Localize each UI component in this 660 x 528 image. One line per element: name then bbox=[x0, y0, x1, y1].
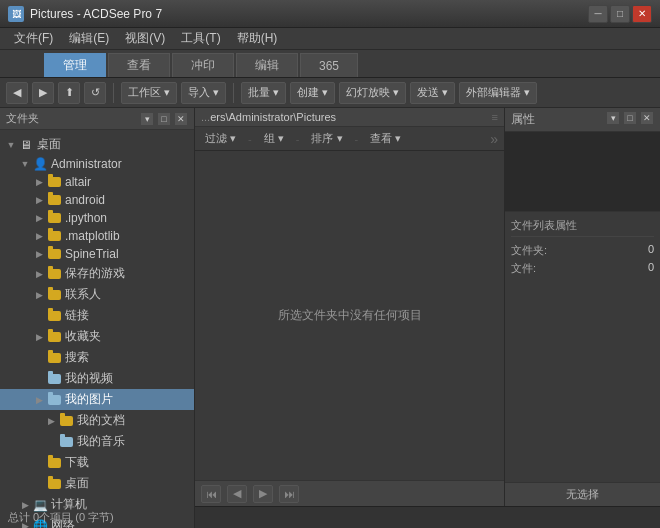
close-button[interactable]: ✕ bbox=[632, 5, 652, 23]
goto-last-button[interactable]: ⏭ bbox=[279, 485, 299, 503]
nav-back-button[interactable]: ◀ bbox=[6, 82, 28, 104]
menu-file[interactable]: 文件(F) bbox=[6, 28, 61, 49]
tree-item-my-pictures[interactable]: ▶ 我的图片 bbox=[0, 389, 194, 410]
tab-365[interactable]: 365 bbox=[300, 53, 358, 77]
app-icon: 🖼 bbox=[8, 6, 24, 22]
prop-row-folders: 文件夹: 0 bbox=[511, 243, 654, 258]
batch-button[interactable]: 批量 ▾ bbox=[241, 82, 286, 104]
file-panel-close-button[interactable]: ✕ bbox=[174, 112, 188, 126]
tab-view[interactable]: 查看 bbox=[108, 53, 170, 77]
right-panel: 属性 ▾ □ ✕ 文件列表属性 文件夹: 0 文件: 0 无选择 bbox=[505, 108, 660, 506]
maximize-button[interactable]: □ bbox=[610, 5, 630, 23]
goto-prev-button[interactable]: ◀ bbox=[227, 485, 247, 503]
goto-first-button[interactable]: ⏮ bbox=[201, 485, 221, 503]
tree-item-favorites[interactable]: ▶ 收藏夹 bbox=[0, 326, 194, 347]
minimize-button[interactable]: ─ bbox=[588, 5, 608, 23]
filter-button[interactable]: 过滤 ▾ bbox=[201, 130, 240, 147]
tree-item-my-music[interactable]: 我的音乐 bbox=[0, 431, 194, 452]
middle-bottom-bar: ⏮ ◀ ▶ ⏭ bbox=[195, 480, 504, 506]
group-button[interactable]: 组 ▾ bbox=[260, 130, 288, 147]
tree-label: 我的视频 bbox=[65, 370, 113, 387]
file-panel-header: 文件夹 ▾ □ ✕ bbox=[0, 108, 194, 130]
file-panel-float-button[interactable]: □ bbox=[157, 112, 171, 126]
tree-expander bbox=[32, 351, 46, 365]
prop-float-button[interactable]: □ bbox=[623, 111, 637, 125]
send-button[interactable]: 发送 ▾ bbox=[410, 82, 455, 104]
menu-edit[interactable]: 编辑(E) bbox=[61, 28, 117, 49]
properties-title: 属性 bbox=[511, 111, 535, 128]
tree-expander: ▶ bbox=[32, 229, 46, 243]
tree-item-contacts[interactable]: ▶ 联系人 bbox=[0, 284, 194, 305]
tree-label: Administrator bbox=[51, 157, 122, 171]
tree-label: 桌面 bbox=[65, 475, 89, 492]
tree-label: .ipython bbox=[65, 211, 107, 225]
tree-label: android bbox=[65, 193, 105, 207]
nav-up-button[interactable]: ⬆ bbox=[58, 82, 80, 104]
properties-content: 文件列表属性 文件夹: 0 文件: 0 bbox=[505, 212, 660, 482]
tab-print[interactable]: 冲印 bbox=[172, 53, 234, 77]
prop-section-title: 文件列表属性 bbox=[511, 218, 654, 237]
nav-refresh-button[interactable]: ↺ bbox=[84, 82, 106, 104]
status-text: 总计 0个项目 (0 字节) bbox=[8, 510, 114, 525]
title-bar: 🖼 Pictures - ACDSee Pro 7 ─ □ ✕ bbox=[0, 0, 660, 28]
tree-label: .matplotlib bbox=[65, 229, 120, 243]
no-selection-text: 无选择 bbox=[566, 488, 599, 500]
tree-expander: ▶ bbox=[32, 247, 46, 261]
tree-item-saved-games[interactable]: ▶ 保存的游戏 bbox=[0, 263, 194, 284]
tree-label: 联系人 bbox=[65, 286, 101, 303]
tree-label: 搜索 bbox=[65, 349, 89, 366]
tree-item-my-videos[interactable]: 我的视频 bbox=[0, 368, 194, 389]
folder-icon bbox=[46, 456, 62, 470]
tree-item-android[interactable]: ▶ android bbox=[0, 191, 194, 209]
workzone-button[interactable]: 工作区 ▾ bbox=[121, 82, 177, 104]
desktop-icon: 🖥 bbox=[18, 138, 34, 152]
slideshow-button[interactable]: 幻灯放映 ▾ bbox=[339, 82, 406, 104]
toolbar-separator-2 bbox=[233, 83, 234, 103]
tab-edit[interactable]: 编辑 bbox=[236, 53, 298, 77]
sort-button[interactable]: 排序 ▾ bbox=[307, 130, 346, 147]
path-options-button[interactable]: ≡ bbox=[492, 111, 498, 123]
tree-item-desktop2[interactable]: 桌面 bbox=[0, 473, 194, 494]
import-button[interactable]: 导入 ▾ bbox=[181, 82, 226, 104]
folder-icon bbox=[46, 372, 62, 386]
tree-label: 我的音乐 bbox=[77, 433, 125, 450]
menu-tools[interactable]: 工具(T) bbox=[173, 28, 228, 49]
file-panel-pin-button[interactable]: ▾ bbox=[140, 112, 154, 126]
folder-icon bbox=[46, 309, 62, 323]
folder-icon bbox=[46, 477, 62, 491]
prop-label-files: 文件: bbox=[511, 261, 536, 276]
nav-forward-button[interactable]: ▶ bbox=[32, 82, 54, 104]
tree-item-spinetrial[interactable]: ▶ SpineTrial bbox=[0, 245, 194, 263]
prop-pin-button[interactable]: ▾ bbox=[606, 111, 620, 125]
tree-item-desktop[interactable]: ▼ 🖥 桌面 bbox=[0, 134, 194, 155]
filter-more-button[interactable]: » bbox=[490, 131, 498, 147]
file-panel-header-controls: ▾ □ ✕ bbox=[140, 112, 188, 126]
folder-icon bbox=[46, 247, 62, 261]
goto-next-button[interactable]: ▶ bbox=[253, 485, 273, 503]
tree-label: 我的图片 bbox=[65, 391, 113, 408]
middle-panel: ...ers\Administrator\Pictures ≡ 过滤 ▾ - 组… bbox=[195, 108, 505, 506]
tree-item-altair[interactable]: ▶ altair bbox=[0, 173, 194, 191]
tree-item-search[interactable]: 搜索 bbox=[0, 347, 194, 368]
tab-manage[interactable]: 管理 bbox=[44, 53, 106, 77]
prop-close-button[interactable]: ✕ bbox=[640, 111, 654, 125]
menu-help[interactable]: 帮助(H) bbox=[229, 28, 286, 49]
menu-view[interactable]: 视图(V) bbox=[117, 28, 173, 49]
tree-item-ipython[interactable]: ▶ .ipython bbox=[0, 209, 194, 227]
folder-icon bbox=[46, 288, 62, 302]
window-controls: ─ □ ✕ bbox=[588, 5, 652, 23]
tree-item-links[interactable]: 链接 bbox=[0, 305, 194, 326]
tree-item-matplotlib[interactable]: ▶ .matplotlib bbox=[0, 227, 194, 245]
ext-editor-button[interactable]: 外部编辑器 ▾ bbox=[459, 82, 537, 104]
tree-item-downloads[interactable]: 下载 bbox=[0, 452, 194, 473]
right-panel-footer: 无选择 bbox=[505, 482, 660, 506]
status-bar: 总计 0个项目 (0 字节) bbox=[0, 506, 660, 528]
prop-value-folders: 0 bbox=[648, 243, 654, 258]
tree-label: 下载 bbox=[65, 454, 89, 471]
tree-item-administrator[interactable]: ▼ 👤 Administrator bbox=[0, 155, 194, 173]
create-button[interactable]: 创建 ▾ bbox=[290, 82, 335, 104]
tree-item-my-docs[interactable]: ▶ 我的文档 bbox=[0, 410, 194, 431]
tree-expander bbox=[32, 477, 46, 491]
folder-icon bbox=[46, 211, 62, 225]
view-button[interactable]: 查看 ▾ bbox=[366, 130, 405, 147]
